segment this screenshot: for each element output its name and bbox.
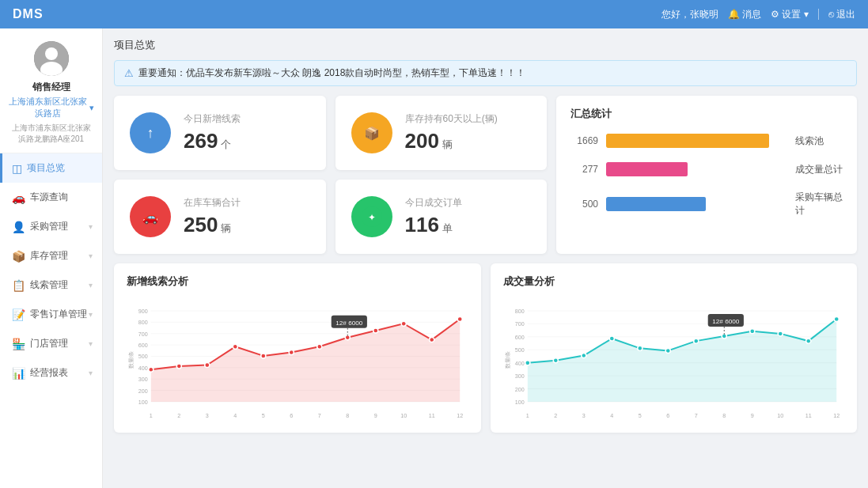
- sidebar-item-label: 线索管理: [30, 278, 68, 292]
- notification-btn[interactable]: 🔔 消息: [728, 8, 761, 21]
- svg-text:2: 2: [177, 413, 180, 419]
- sidebar-item-label: 门店管理: [30, 337, 68, 350]
- svg-text:✦: ✦: [368, 212, 376, 223]
- svg-text:400: 400: [514, 361, 524, 367]
- avatar: [34, 41, 69, 76]
- svg-text:↑: ↑: [147, 125, 154, 141]
- svg-point-84: [553, 358, 558, 363]
- bar-number: 500: [570, 199, 598, 210]
- svg-point-1: [45, 47, 58, 60]
- user-shop[interactable]: 上海浦东新区北张家浜路店 ▾: [8, 96, 94, 119]
- chevron-down-icon: ▾: [89, 281, 93, 289]
- breadcrumb: 项目总览: [114, 38, 857, 52]
- leads-chart-card: 新增线索分析 100200300400500600700800900 12345…: [114, 263, 481, 433]
- svg-point-45: [317, 344, 322, 349]
- stat-info-today-orders: 今日成交订单 116 单: [405, 196, 462, 237]
- car-icon: 🚗: [12, 191, 25, 204]
- stat-value-today-orders: 116 单: [405, 213, 462, 237]
- svg-text:8: 8: [346, 413, 349, 419]
- svg-text:6: 6: [290, 413, 293, 419]
- svg-text:200: 200: [514, 387, 524, 393]
- bars-container: 1669 线索池 277 成交量总计 500 采购车辆总计: [570, 134, 843, 218]
- stat-value-new-leads: 269 个: [184, 129, 241, 153]
- svg-text:400: 400: [138, 365, 148, 372]
- sidebar-item-leads[interactable]: 📋 线索管理 ▾: [0, 270, 102, 300]
- svg-point-48: [401, 321, 406, 326]
- svg-text:3: 3: [206, 413, 209, 419]
- svg-point-49: [430, 338, 434, 342]
- svg-text:数量/条: 数量/条: [505, 351, 511, 369]
- bar-track: [606, 134, 787, 148]
- svg-text:12: 12: [457, 413, 463, 419]
- svg-point-83: [525, 361, 529, 365]
- chevron-down-icon: ▾: [89, 310, 93, 319]
- bar-number: 1669: [570, 135, 598, 146]
- sidebar-item-store[interactable]: 🏪 门店管理 ▾: [0, 329, 102, 358]
- sidebar-item-report[interactable]: 📊 经营报表 ▾: [0, 358, 102, 388]
- header: DMS 您好，张晓明 🔔 消息 ⚙ 设置 ▾ ⎋ 退出: [0, 0, 868, 28]
- svg-text:3: 3: [582, 413, 585, 419]
- user-name: 销售经理: [8, 81, 94, 94]
- svg-text:100: 100: [138, 399, 148, 406]
- bar-track: [606, 162, 787, 176]
- logout-btn[interactable]: ⎋ 退出: [828, 8, 855, 21]
- svg-point-87: [637, 346, 642, 350]
- svg-text:4: 4: [233, 413, 237, 419]
- svg-text:800: 800: [514, 308, 524, 315]
- chevron-down-icon: ▾: [89, 222, 93, 231]
- nav-menu: ◫ 项目总览 🚗 车源查询 👤 采购管理 ▾ 📦: [0, 153, 102, 488]
- svg-text:100: 100: [514, 399, 524, 406]
- svg-text:数量/条: 数量/条: [128, 351, 135, 369]
- svg-point-41: [205, 363, 210, 368]
- svg-text:7: 7: [694, 413, 697, 419]
- svg-point-85: [581, 354, 586, 358]
- svg-point-86: [609, 336, 614, 341]
- sidebar-item-purchase[interactable]: 👤 采购管理 ▾: [0, 212, 102, 241]
- chevron-down-icon: ▾: [89, 369, 93, 377]
- inventory-icon: 📦: [12, 250, 25, 263]
- svg-point-88: [665, 348, 670, 353]
- sidebar-item-inventory[interactable]: 📦 库存管理 ▾: [0, 241, 102, 270]
- stat-cards-right: 📦 库存持有60天以上(辆) 200 辆: [335, 96, 548, 254]
- summary-bar-row: 500 采购车辆总计: [570, 191, 843, 218]
- sales-chart-container: 100200300400500600700800 123456789101112…: [503, 295, 845, 422]
- svg-point-94: [834, 316, 839, 321]
- sidebar-item-label: 采购管理: [30, 220, 68, 233]
- bar-number: 277: [570, 164, 598, 175]
- svg-text:9: 9: [374, 413, 377, 419]
- svg-point-91: [749, 329, 754, 334]
- in-stock-icon: 🚗: [130, 196, 171, 237]
- bar-label: 采购车辆总计: [795, 191, 843, 218]
- user-area: 销售经理 上海浦东新区北张家浜路店 ▾ 上海市浦东新区北张家浜路龙鹏路A座201: [0, 28, 102, 153]
- store-icon: 🏪: [12, 338, 25, 350]
- sidebar-item-label: 经营报表: [30, 366, 68, 380]
- leads-chart-container: 100200300400500600700800900 123456789101…: [127, 295, 468, 422]
- greeting-text: 您好，张晓明: [661, 8, 718, 21]
- bar-label: 线索池: [795, 134, 843, 148]
- stat-cards-left: ↑ 今日新增线索 269 个 🚗: [114, 96, 326, 254]
- top-section: ↑ 今日新增线索 269 个 🚗: [114, 96, 857, 254]
- report-icon: 📊: [12, 367, 25, 380]
- stat-info-new-leads: 今日新增线索 269 个: [184, 112, 241, 153]
- stat-card-new-leads: ↑ 今日新增线索 269 个: [114, 96, 326, 170]
- svg-text:700: 700: [138, 331, 148, 338]
- sidebar-item-label: 项目总览: [27, 161, 65, 175]
- svg-text:6: 6: [666, 413, 669, 419]
- svg-text:11: 11: [805, 413, 811, 419]
- svg-point-89: [693, 339, 698, 343]
- stat-info-in-stock: 在库车辆合计 250 辆: [184, 196, 241, 237]
- inventory60-icon: 📦: [351, 112, 392, 153]
- stat-card-today-orders: ✦ 今日成交订单 116 单: [335, 180, 548, 254]
- svg-point-40: [176, 364, 181, 369]
- svg-text:12# 6000: 12# 6000: [335, 320, 363, 327]
- settings-btn[interactable]: ⚙ 设置 ▾: [771, 8, 809, 21]
- stat-card-in-stock: 🚗 在库车辆合计 250 辆: [114, 180, 326, 254]
- sidebar-item-car[interactable]: 🚗 车源查询: [0, 183, 102, 212]
- sidebar-item-order[interactable]: 📝 零售订单管理 ▾: [0, 300, 102, 329]
- notice-icon: ⚠: [124, 67, 134, 79]
- svg-text:7: 7: [318, 413, 321, 419]
- sidebar-item-project[interactable]: ◫ 项目总览: [0, 153, 102, 183]
- user-address: 上海市浦东新区北张家浜路龙鹏路A座201: [8, 123, 94, 145]
- stat-label-inventory60: 库存持有60天以上(辆): [405, 112, 498, 126]
- svg-point-44: [289, 350, 294, 355]
